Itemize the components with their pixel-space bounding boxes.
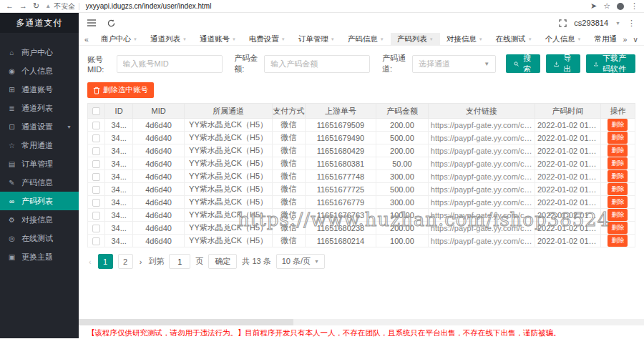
- delete-row-button[interactable]: 删除: [608, 132, 628, 144]
- chevron-down-icon: ▼: [528, 37, 532, 41]
- tabs-overflow-icon[interactable]: »: [623, 35, 627, 44]
- delete-row-button[interactable]: 删除: [608, 209, 628, 221]
- tabs-scroll-left-icon[interactable]: «: [79, 33, 94, 45]
- goto-confirm-button[interactable]: 确定: [208, 254, 237, 269]
- sidebar-item-online-test[interactable]: ◎ 在线测试: [0, 229, 79, 247]
- sidebar-item-personal-info[interactable]: ◉ 个人信息: [0, 62, 79, 80]
- page-button-2[interactable]: 2: [118, 254, 133, 269]
- delete-row-button[interactable]: 删除: [608, 157, 628, 170]
- cell-pay-method: 微信: [272, 183, 305, 196]
- mid-input[interactable]: [117, 55, 223, 73]
- sidebar-item-change-theme[interactable]: ▣ 更换主题: [0, 247, 79, 266]
- tab-online-test[interactable]: 在线测试 ▼: [489, 33, 539, 45]
- tab-code-info[interactable]: 产码信息 ▼: [341, 33, 391, 45]
- more-options-icon[interactable]: ⋮: [628, 19, 635, 28]
- delete-row-button[interactable]: 删除: [608, 144, 628, 157]
- col-amount: 产码金额: [376, 104, 429, 119]
- export-button[interactable]: 导出: [546, 54, 580, 73]
- cell-channel: YY紫水晶兑CK（H5）: [185, 157, 272, 170]
- scrollbar-thumb[interactable]: [79, 319, 293, 325]
- sidebar-item-code-list[interactable]: ∞ 产码列表: [0, 192, 79, 210]
- browser-refresh-icon[interactable]: ↻: [33, 2, 39, 10]
- horizontal-scrollbar[interactable]: [79, 319, 644, 325]
- cell-link[interactable]: https://paypf-gate.yy.com/ch/front/weixi…: [428, 132, 535, 144]
- select-all-checkbox[interactable]: [92, 107, 100, 115]
- tab-order-management[interactable]: 订单管理 ▼: [292, 33, 341, 45]
- table-body: 34... 4d6d40 YY紫水晶兑CK（H5） 微信 11651679509…: [88, 119, 635, 247]
- address-bar[interactable]: yxyyapi.idugzs.cn/index/user/index.html: [86, 2, 212, 10]
- cell-mid: 4d6d40: [132, 132, 185, 144]
- tabs-dropdown-icon[interactable]: ∨: [633, 35, 638, 44]
- user-icon: ◉: [7, 67, 16, 75]
- cell-link[interactable]: https://paypf-gate.yy.com/ch/front/weixi…: [428, 170, 535, 183]
- cell-link[interactable]: https://paypf-gate.yy.com/ch/front/weixi…: [428, 235, 535, 247]
- row-checkbox[interactable]: [92, 225, 100, 232]
- sidebar-item-channel-list[interactable]: ≣ 通道列表: [0, 99, 79, 117]
- row-checkbox[interactable]: [92, 134, 100, 142]
- search-button[interactable]: 搜索: [506, 54, 540, 73]
- cell-upstream-no: 11651680429: [305, 144, 376, 157]
- delete-row-button[interactable]: 删除: [608, 119, 628, 131]
- page-button-1[interactable]: 1: [98, 254, 113, 269]
- row-checkbox[interactable]: [92, 237, 100, 245]
- sidebar-item-common-channels[interactable]: ☆ 常用通道: [0, 136, 79, 154]
- refresh-page-icon[interactable]: [107, 19, 115, 27]
- tab-merchant-center[interactable]: 商户中心 ▼: [94, 33, 144, 45]
- bookmark-star-icon[interactable]: ☆: [603, 2, 610, 10]
- cell-time: 2022-01-02 01:55:05: [535, 170, 600, 183]
- sidebar-item-channel-account[interactable]: ⊞ 通道账号: [0, 80, 79, 99]
- codes-table: ID MID 所属通道 支付方式 上游单号 产码金额 支付链接 产码时间 操作 …: [87, 103, 635, 247]
- row-checkbox[interactable]: [92, 147, 100, 155]
- amount-input[interactable]: [264, 55, 370, 73]
- delete-row-button[interactable]: 删除: [608, 222, 628, 234]
- fullscreen-icon[interactable]: [559, 19, 567, 27]
- delete-row-button[interactable]: 删除: [608, 235, 628, 247]
- tab-code-list[interactable]: 产码列表 ▼: [391, 33, 440, 45]
- delete-row-button[interactable]: 删除: [608, 170, 628, 182]
- row-checkbox[interactable]: [92, 212, 100, 220]
- delete-row-button[interactable]: 删除: [608, 196, 628, 208]
- sidebar-item-merchant-center[interactable]: ⌂ 商户中心: [0, 43, 79, 62]
- cell-link[interactable]: https://paypf-gate.yy.com/ch/front/weixi…: [428, 119, 535, 132]
- delete-selected-button[interactable]: 删除选中账号: [87, 82, 154, 98]
- row-checkbox[interactable]: [92, 122, 100, 129]
- row-checkbox[interactable]: [92, 160, 100, 168]
- browser-profile-avatar[interactable]: [617, 3, 624, 10]
- tab-fee-settings[interactable]: 电费设置 ▼: [243, 33, 292, 45]
- sidebar-item-code-info[interactable]: ✎ 产码信息: [0, 173, 79, 192]
- sidebar-item-channel-settings[interactable]: ⊡ 通道设置 ▼: [0, 117, 79, 136]
- browser-menu-icon[interactable]: ⋮: [630, 2, 638, 10]
- cell-link[interactable]: https://paypf-gate.yy.com/ch/front/weixi…: [428, 209, 535, 222]
- sidebar-item-docking-info[interactable]: ⚙ 对接信息: [0, 210, 79, 229]
- collapse-menu-icon[interactable]: [87, 19, 96, 26]
- send-icon[interactable]: ➤: [590, 2, 597, 10]
- row-checkbox[interactable]: [92, 199, 100, 207]
- next-page-icon[interactable]: ›: [138, 257, 144, 266]
- prev-page-icon[interactable]: ‹: [87, 257, 93, 266]
- per-page-select[interactable]: 10 条/页 ▼: [276, 254, 325, 269]
- username[interactable]: cs293814: [574, 19, 608, 27]
- browser-forward-icon[interactable]: →: [19, 2, 27, 10]
- download-software-button[interactable]: 下载产码软件: [586, 54, 635, 73]
- tab-channel-account[interactable]: 通道账号 ▼: [193, 33, 243, 45]
- cell-link[interactable]: https://paypf-gate.yy.com/ch/front/weixi…: [428, 144, 535, 157]
- sidebar-item-order-management[interactable]: ▤ 订单管理: [0, 154, 79, 173]
- tab-personal-info[interactable]: 个人信息 ▼: [539, 33, 588, 45]
- tab-docking-info[interactable]: 对接信息 ▼: [440, 33, 489, 45]
- user-caret-icon[interactable]: ▼: [615, 21, 620, 26]
- table-row: 34... 4d6d40 YY紫水晶兑CK（H5） 微信 11651680214…: [88, 235, 635, 247]
- delete-row-button[interactable]: 删除: [608, 183, 628, 195]
- cell-link[interactable]: https://paypf-gate.yy.com/ch/front/weixi…: [428, 222, 535, 235]
- tab-common-channels[interactable]: 常用通道 ▼: [588, 33, 618, 45]
- site-security[interactable]: ▲ 不安全 |: [45, 1, 80, 11]
- cell-link[interactable]: https://paypf-gate.yy.com/ch/front/weixi…: [428, 157, 535, 170]
- channel-select[interactable]: 选择通道 ▼: [412, 55, 496, 73]
- tab-channel-list[interactable]: 通道列表 ▼: [144, 33, 193, 45]
- goto-page-input[interactable]: [169, 254, 190, 269]
- row-checkbox[interactable]: [92, 173, 100, 181]
- amount-label: 产码金额:: [234, 53, 260, 74]
- cell-link[interactable]: https://paypf-gate.yy.com/ch/front/weixi…: [428, 196, 535, 209]
- cell-link[interactable]: https://paypf-gate.yy.com/ch/front/weixi…: [428, 183, 535, 196]
- row-checkbox[interactable]: [92, 186, 100, 194]
- browser-back-icon[interactable]: ←: [6, 2, 14, 10]
